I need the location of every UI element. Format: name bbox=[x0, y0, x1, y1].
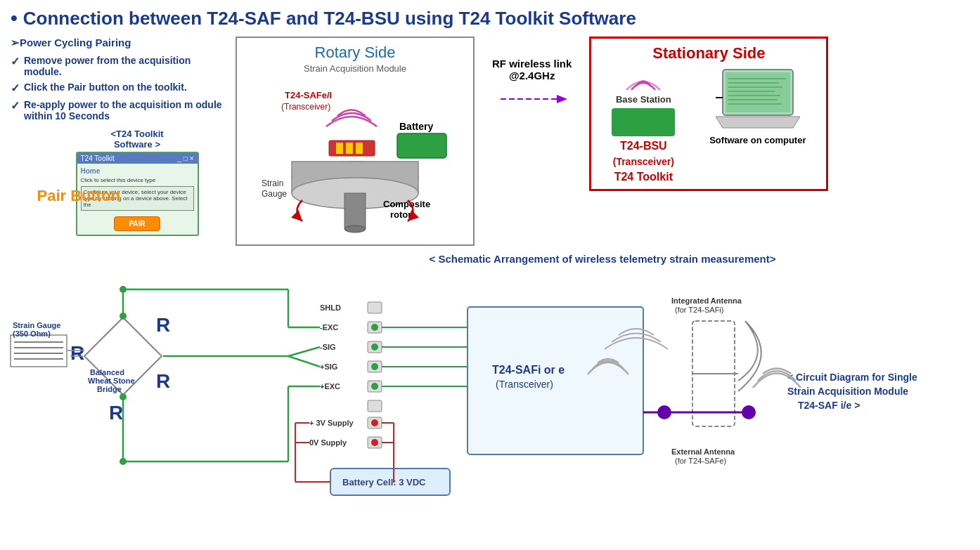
svg-point-55 bbox=[120, 458, 127, 465]
svg-text:(Transceiver): (Transceiver) bbox=[496, 379, 553, 390]
svg-point-50 bbox=[120, 313, 127, 320]
check-icon-1: ✓ bbox=[11, 55, 20, 77]
svg-text:T24-SAF i/e >: T24-SAF i/e > bbox=[798, 400, 860, 411]
checklist-item-2: ✓ Click the Pair button on the toolkit. bbox=[11, 81, 228, 95]
base-station-area: Base Station T24-BSU (Transceiver) T24 T… bbox=[612, 66, 675, 183]
rf-arrow-svg bbox=[497, 85, 567, 113]
base-station-label: Base Station bbox=[616, 94, 671, 105]
svg-line-41 bbox=[125, 320, 160, 355]
bsu-wifi-svg bbox=[619, 66, 668, 91]
svg-text:R: R bbox=[70, 342, 84, 364]
rotary-box: Rotary Side Strain Acquisition Module T2… bbox=[236, 37, 475, 246]
rotary-subtitle: Strain Acquisition Module bbox=[243, 63, 468, 74]
svg-text:(for T24-SAFe): (for T24-SAFe) bbox=[675, 457, 726, 465]
svg-text:-SIG: -SIG bbox=[320, 343, 336, 351]
svg-text:+ 3V Supply: + 3V Supply bbox=[309, 419, 354, 427]
svg-rect-3 bbox=[397, 133, 446, 158]
bottom-circuit: Strain Gauge (350 Ohm) R R R R Balanced … bbox=[0, 272, 980, 499]
rotary-svg: T24-SAFe/I (Transceiver) Battery bbox=[246, 77, 464, 239]
middle-panel: Rotary Side Strain Acquisition Module T2… bbox=[236, 37, 969, 265]
content-area: ➢Power Cycling Pairing ✓ Remove power fr… bbox=[0, 33, 980, 268]
schematic-note: < Schematic Arrangement of wireless tele… bbox=[236, 253, 969, 265]
svg-rect-60 bbox=[368, 302, 382, 313]
laptop-area: Software on computer bbox=[709, 66, 806, 145]
svg-text:Gauge: Gauge bbox=[262, 189, 287, 199]
svg-line-42 bbox=[125, 358, 160, 393]
svg-rect-73 bbox=[368, 400, 382, 412]
svg-rect-94 bbox=[468, 307, 643, 454]
bsu-device bbox=[612, 108, 675, 136]
toolkit-title: T24 Toolkit bbox=[81, 155, 115, 162]
pair-button-label: Pair Button bbox=[37, 187, 121, 205]
svg-text:R: R bbox=[156, 314, 170, 336]
svg-rect-7 bbox=[356, 143, 363, 154]
checklist: ✓ Remove power from the acquisition modu… bbox=[11, 55, 228, 122]
svg-text:Wheat Stone: Wheat Stone bbox=[88, 377, 135, 385]
checklist-text-2: Click the Pair button on the toolkit. bbox=[24, 81, 187, 95]
svg-text:(350 Ohm): (350 Ohm) bbox=[13, 329, 51, 338]
stationary-content: Base Station T24-BSU (Transceiver) T24 T… bbox=[600, 66, 818, 183]
laptop-svg bbox=[716, 66, 800, 133]
toolkit-label: <T24 ToolkitSoftware > bbox=[110, 129, 163, 150]
svg-text:(Transceiver): (Transceiver) bbox=[281, 102, 330, 112]
transceiver-label: (Transceiver) bbox=[613, 156, 674, 167]
svg-text:+SIG: +SIG bbox=[320, 362, 337, 371]
svg-point-76 bbox=[371, 419, 378, 426]
stationary-box: Stationary Side Base Station T24- bbox=[589, 37, 828, 191]
svg-text:Strain Acquisition Module: Strain Acquisition Module bbox=[787, 386, 908, 397]
svg-text:SHLD: SHLD bbox=[320, 303, 341, 312]
svg-text:Balanced: Balanced bbox=[90, 368, 124, 377]
svg-text:+EXC: +EXC bbox=[320, 382, 340, 391]
svg-text:T24-SAFi or e: T24-SAFi or e bbox=[492, 364, 565, 376]
checklist-item-1: ✓ Remove power from the acquisition modu… bbox=[11, 55, 228, 77]
svg-text:Composite: Composite bbox=[383, 199, 430, 209]
svg-text:T24-SAFe/I: T24-SAFe/I bbox=[285, 90, 332, 100]
svg-point-69 bbox=[371, 363, 378, 370]
svg-point-66 bbox=[371, 343, 378, 351]
svg-text:-EXC: -EXC bbox=[320, 323, 338, 332]
svg-point-79 bbox=[371, 439, 378, 446]
svg-text:R: R bbox=[156, 370, 170, 392]
checklist-text-1: Remove power from the acquisition module… bbox=[24, 55, 228, 77]
title-text: Connection between T24-SAF and T24-BSU u… bbox=[23, 8, 636, 30]
power-cycling-header: ➢Power Cycling Pairing bbox=[11, 37, 228, 49]
toolkit-header: T24 Toolkit _ □ × bbox=[77, 153, 198, 164]
software-label: Software on computer bbox=[709, 135, 806, 145]
circuit-svg: Strain Gauge (350 Ohm) R R R R Balanced … bbox=[0, 272, 980, 497]
svg-rect-11 bbox=[344, 193, 366, 228]
svg-text:Strain: Strain bbox=[262, 178, 283, 188]
svg-line-43 bbox=[86, 320, 121, 355]
svg-text:Battery: Battery bbox=[399, 121, 433, 132]
svg-point-72 bbox=[371, 383, 378, 390]
check-icon-3: ✓ bbox=[11, 99, 20, 122]
checklist-text-3: Re-apply power to the acquisition m odul… bbox=[24, 99, 228, 122]
svg-point-12 bbox=[344, 225, 366, 233]
toolkit-label-stat: T24 Toolkit bbox=[614, 171, 673, 183]
toolkit-controls: _ □ × bbox=[178, 155, 194, 162]
svg-text:< Circuit Diagram for Single: < Circuit Diagram for Single bbox=[787, 372, 917, 383]
svg-point-63 bbox=[371, 324, 378, 331]
svg-text:(for T24-SAFi): (for T24-SAFi) bbox=[675, 306, 723, 314]
svg-rect-5 bbox=[336, 143, 343, 154]
main-title: • Connection between T24-SAF and T24-BSU… bbox=[0, 0, 980, 33]
rotary-diagram: T24-SAFe/I (Transceiver) Battery bbox=[243, 77, 468, 239]
svg-rect-6 bbox=[346, 143, 353, 154]
rotary-title: Rotary Side bbox=[243, 44, 468, 62]
svg-text:External Antenna: External Antenna bbox=[671, 447, 735, 456]
t24-bsu-label: T24-BSU bbox=[620, 140, 667, 152]
stationary-title: Stationary Side bbox=[600, 44, 818, 63]
svg-rect-29 bbox=[11, 335, 67, 367]
rf-link-text: RF wireless link @2.4GHz bbox=[492, 58, 572, 81]
svg-text:R: R bbox=[109, 402, 123, 424]
checklist-item-3: ✓ Re-apply power to the acquisition m od… bbox=[11, 99, 228, 122]
svg-line-112 bbox=[288, 356, 320, 367]
left-panel: ➢Power Cycling Pairing ✓ Remove power fr… bbox=[11, 37, 228, 265]
svg-text:rotor: rotor bbox=[390, 209, 411, 220]
check-icon-2: ✓ bbox=[11, 81, 20, 95]
rf-link-area: RF wireless link @2.4GHz bbox=[489, 37, 575, 134]
svg-text:Bridge: Bridge bbox=[97, 385, 122, 393]
svg-point-51 bbox=[120, 286, 127, 293]
toolkit-area: <T24 ToolkitSoftware > T24 Toolkit _ □ ×… bbox=[46, 129, 228, 236]
svg-text:Strain Gauge: Strain Gauge bbox=[13, 321, 60, 329]
svg-text:0V Supply: 0V Supply bbox=[309, 438, 347, 447]
